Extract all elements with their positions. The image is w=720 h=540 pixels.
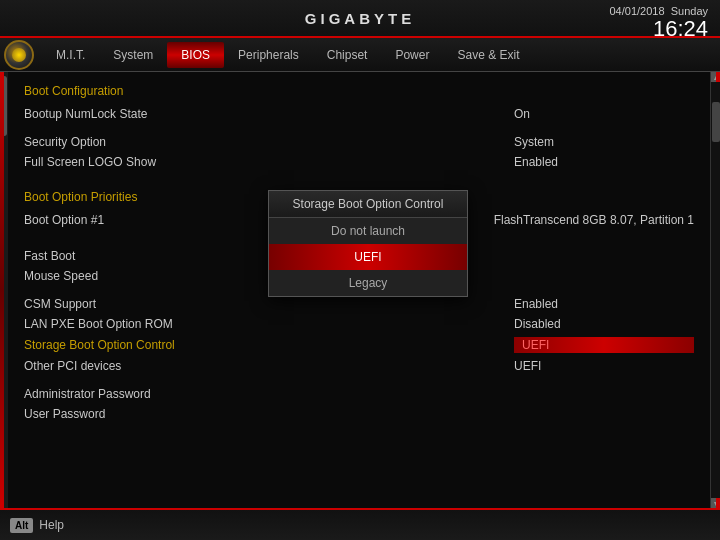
setting-user-password[interactable]: User Password [24,404,694,424]
nav-item-power[interactable]: Power [381,42,443,68]
scroll-handle [712,102,720,142]
bottom-bar: Alt Help [0,508,720,540]
lan-pxe-label: LAN PXE Boot Option ROM [24,317,173,331]
separator-1 [24,124,694,132]
setting-admin-password[interactable]: Administrator Password [24,384,694,404]
other-pci-label: Other PCI devices [24,359,121,373]
setting-storage-boot[interactable]: Storage Boot Option Control UEFI [24,334,694,356]
nav-item-save-exit[interactable]: Save & Exit [443,42,533,68]
fast-boot-label: Fast Boot [24,249,75,263]
navbar: M.I.T. System BIOS Peripherals Chipset P… [0,38,720,72]
settings-content: Boot Configuration Bootup NumLock State … [8,72,710,508]
user-password-label: User Password [24,407,105,421]
brand-logo: GIGABYTE [305,10,415,27]
numlock-label: Bootup NumLock State [24,107,147,121]
help-label: Help [39,518,64,532]
main-content: Boot Configuration Bootup NumLock State … [0,72,720,508]
header: GIGABYTE 04/01/2018 Sunday 16:24 [0,0,720,38]
separator-6 [24,376,694,384]
dropdown-option-legacy[interactable]: Legacy [269,270,467,296]
brand-circle-icon [4,40,34,70]
security-value: System [514,135,694,149]
other-pci-value: UEFI [514,359,694,373]
setting-logo-show[interactable]: Full Screen LOGO Show Enabled [24,152,694,172]
time-display: 16:24 [610,18,709,40]
dropdown-popup: Storage Boot Option Control Do not launc… [268,190,468,297]
storage-boot-label: Storage Boot Option Control [24,338,175,352]
setting-numlock[interactable]: Bootup NumLock State On [24,104,694,124]
datetime-display: 04/01/2018 Sunday 16:24 [610,4,709,40]
left-decoration [0,72,4,508]
brand-inner-icon [12,48,26,62]
admin-password-label: Administrator Password [24,387,151,401]
date-text: 04/01/2018 [610,5,665,17]
nav-item-mit[interactable]: M.I.T. [42,42,99,68]
setting-csm[interactable]: CSM Support Enabled [24,294,694,314]
alt-key-badge: Alt [10,518,33,533]
setting-security[interactable]: Security Option System [24,132,694,152]
boot-config-title: Boot Configuration [24,84,694,98]
dropdown-option-uefi[interactable]: UEFI [269,244,467,270]
dropdown-option-do-not-launch[interactable]: Do not launch [269,218,467,244]
numlock-value: On [514,107,694,121]
lan-pxe-value: Disabled [514,317,694,331]
mouse-speed-label: Mouse Speed [24,269,98,283]
nav-item-chipset[interactable]: Chipset [313,42,382,68]
csm-value: Enabled [514,297,694,311]
day-text: Sunday [671,5,708,17]
nav-item-system[interactable]: System [99,42,167,68]
nav-item-peripherals[interactable]: Peripherals [224,42,313,68]
csm-label: CSM Support [24,297,96,311]
boot-option-1-value: FlashTranscend 8GB 8.07, Partition 1 [494,213,694,227]
setting-lan-pxe[interactable]: LAN PXE Boot Option ROM Disabled [24,314,694,334]
dropdown-header: Storage Boot Option Control [269,191,467,218]
storage-boot-value: UEFI [514,337,694,353]
boot-option-1-label: Boot Option #1 [24,213,104,227]
scroll-track [711,82,720,498]
setting-other-pci[interactable]: Other PCI devices UEFI [24,356,694,376]
separator-2 [24,172,694,180]
scrollbar-right[interactable]: ▲ ▼ [710,72,720,508]
logo-show-label: Full Screen LOGO Show [24,155,156,169]
nav-item-bios[interactable]: BIOS [167,42,224,68]
security-label: Security Option [24,135,106,149]
logo-show-value: Enabled [514,155,694,169]
